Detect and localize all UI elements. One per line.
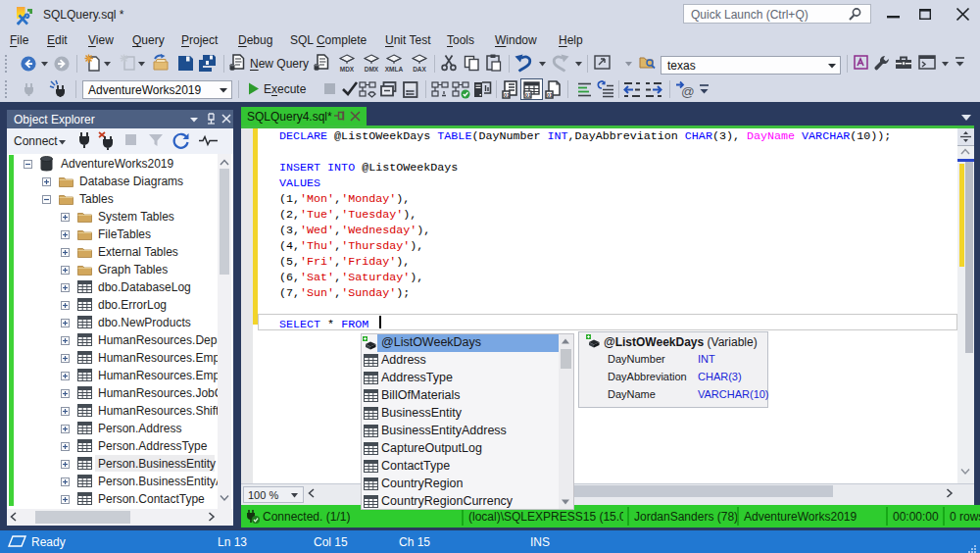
svg-text:XMLA: XMLA bbox=[385, 66, 404, 73]
svg-text:MDX: MDX bbox=[340, 66, 355, 73]
svg-text:01: 01 bbox=[547, 92, 553, 98]
svg-text:01: 01 bbox=[504, 92, 510, 98]
svg-text:DAX: DAX bbox=[413, 66, 426, 73]
svg-text:DMX: DMX bbox=[365, 66, 379, 73]
svg-text:01: 01 bbox=[525, 92, 531, 98]
svg-text:@: @ bbox=[681, 84, 695, 99]
